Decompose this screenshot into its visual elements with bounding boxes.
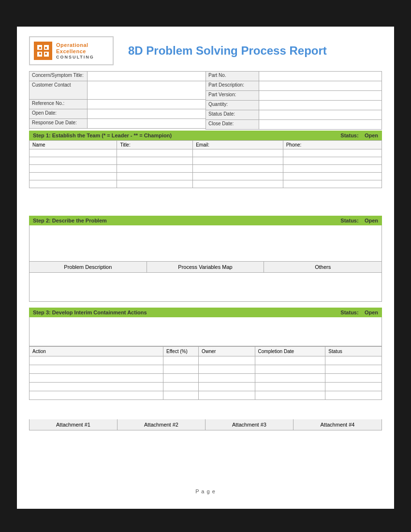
- info-row-statusdate: Status Date:: [206, 110, 382, 120]
- page-label: P a g e: [195, 488, 216, 494]
- team-header-row: Name Title: Email: Phone:: [29, 141, 382, 149]
- step3-content: [29, 317, 382, 346]
- qty-value: [259, 101, 382, 110]
- step3-status: Status: Open: [340, 310, 378, 315]
- statusdate-value: [259, 110, 382, 119]
- col-status: Status: [325, 347, 382, 356]
- info-row-concern: Concern/Symptom Title:: [29, 72, 206, 81]
- partdesc-value: [259, 81, 382, 90]
- step3-header: Step 3: Develop Interim Containment Acti…: [29, 308, 382, 317]
- step1-header: Step 1: Establish the Team (* = Leader -…: [29, 131, 382, 140]
- info-right: Part No. Part Description: Part Version:…: [206, 72, 382, 130]
- action-header-row: Action Effect (%) Owner Completion Date …: [29, 347, 382, 356]
- ref-label: Reference No.:: [29, 100, 88, 109]
- attachment-2[interactable]: Attachment #2: [117, 419, 206, 430]
- table-row: [29, 165, 382, 173]
- open-value: [88, 109, 206, 118]
- step2-status: Status: Open: [340, 218, 378, 223]
- table-row: [29, 365, 382, 374]
- tab-problem-description[interactable]: Problem Description: [29, 262, 147, 272]
- bottom-space: [29, 430, 382, 469]
- header: Operational Excellence CONSULTING 8D Pro…: [29, 36, 382, 65]
- tab-others[interactable]: Others: [264, 262, 382, 272]
- col-action: Action: [29, 347, 163, 356]
- info-row-partno: Part No.: [206, 72, 382, 81]
- step3-status-value: Open: [365, 310, 378, 315]
- partver-label: Part Version:: [206, 91, 259, 100]
- table-row: [29, 356, 382, 365]
- logo-text: Operational Excellence CONSULTING: [56, 42, 109, 59]
- customer-value: [88, 81, 206, 99]
- table-row: [29, 173, 382, 180]
- statusdate-label: Status Date:: [206, 110, 259, 119]
- closedate-label: Close Date:: [206, 120, 259, 129]
- table-row: [29, 374, 382, 383]
- step3-status-label: Status:: [340, 310, 358, 315]
- closedate-value: [259, 120, 382, 129]
- table-row: [29, 391, 382, 400]
- step2-below-tabs: [29, 273, 382, 302]
- info-row-partver: Part Version:: [206, 91, 382, 101]
- info-row-closedate: Close Date:: [206, 120, 382, 130]
- col-owner: Owner: [198, 347, 255, 356]
- qty-label: Quantity:: [206, 101, 259, 110]
- brand-name: Operational Excellence: [56, 42, 109, 55]
- info-row-open: Open Date:: [29, 109, 206, 119]
- page-footer: P a g e: [29, 488, 382, 494]
- attachments-row: Attachment #1 Attachment #2 Attachment #…: [29, 419, 382, 430]
- concern-label: Concern/Symptom Title:: [29, 72, 88, 81]
- step2-title: Step 2: Describe the Problem: [33, 218, 107, 223]
- svg-rect-5: [45, 47, 47, 49]
- svg-rect-6: [39, 53, 41, 55]
- partno-label: Part No.: [206, 72, 259, 81]
- step1-status-label: Status:: [340, 133, 358, 138]
- table-row: [29, 157, 382, 165]
- svg-rect-4: [39, 47, 41, 49]
- step2-header: Step 2: Describe the Problem Status: Ope…: [29, 216, 382, 225]
- table-row: [29, 180, 382, 188]
- col-effect: Effect (%): [163, 347, 199, 356]
- step2-status-label: Status:: [340, 218, 358, 223]
- partver-value: [259, 91, 382, 100]
- step1-status-value: Open: [365, 133, 378, 138]
- step1-title: Step 1: Establish the Team (* = Leader -…: [33, 133, 172, 138]
- brand-sub: CONSULTING: [56, 55, 109, 59]
- info-row-response: Response Due Date:: [29, 119, 206, 129]
- table-row: [29, 383, 382, 391]
- step2-status-value: Open: [365, 218, 378, 223]
- col-completion-date: Completion Date: [255, 347, 325, 356]
- partno-value: [259, 72, 382, 81]
- col-phone: Phone:: [283, 141, 382, 149]
- customer-label: Customer Contact: [29, 81, 88, 99]
- info-row-qty: Quantity:: [206, 101, 382, 110]
- tab-process-variables[interactable]: Process Variables Map: [147, 262, 264, 272]
- info-row-ref: Reference No.:: [29, 100, 206, 109]
- step2-tabs: Problem Description Process Variables Ma…: [29, 262, 382, 273]
- info-left: Concern/Symptom Title: Customer Contact …: [29, 72, 206, 130]
- report-page: Operational Excellence CONSULTING 8D Pro…: [17, 27, 394, 509]
- concern-value: [88, 72, 206, 81]
- logo-icon: [34, 42, 52, 60]
- col-title: Title:: [117, 141, 193, 149]
- table-row: [29, 149, 382, 157]
- logo-box: Operational Excellence CONSULTING: [29, 36, 114, 65]
- open-label: Open Date:: [29, 109, 88, 118]
- attachment-3[interactable]: Attachment #3: [206, 419, 294, 430]
- info-row-customer: Customer Contact: [29, 81, 206, 100]
- info-row-partdesc: Part Description:: [206, 81, 382, 91]
- response-label: Response Due Date:: [29, 119, 88, 128]
- col-name: Name: [29, 141, 117, 149]
- svg-rect-7: [45, 53, 47, 55]
- info-grid: Concern/Symptom Title: Customer Contact …: [29, 71, 382, 130]
- ref-value: [88, 100, 206, 109]
- attachment-4[interactable]: Attachment #4: [294, 419, 382, 430]
- team-table: Name Title: Email: Phone:: [29, 140, 382, 188]
- attachment-1[interactable]: Attachment #1: [29, 419, 117, 430]
- step3-title: Step 3: Develop Interim Containment Acti…: [33, 310, 147, 315]
- response-value: [88, 119, 206, 128]
- step2-content: [29, 225, 382, 262]
- report-title: 8D Problem Solving Process Report: [128, 44, 327, 58]
- col-email: Email:: [193, 141, 283, 149]
- partdesc-label: Part Description:: [206, 81, 259, 90]
- action-table: Action Effect (%) Owner Completion Date …: [29, 346, 382, 400]
